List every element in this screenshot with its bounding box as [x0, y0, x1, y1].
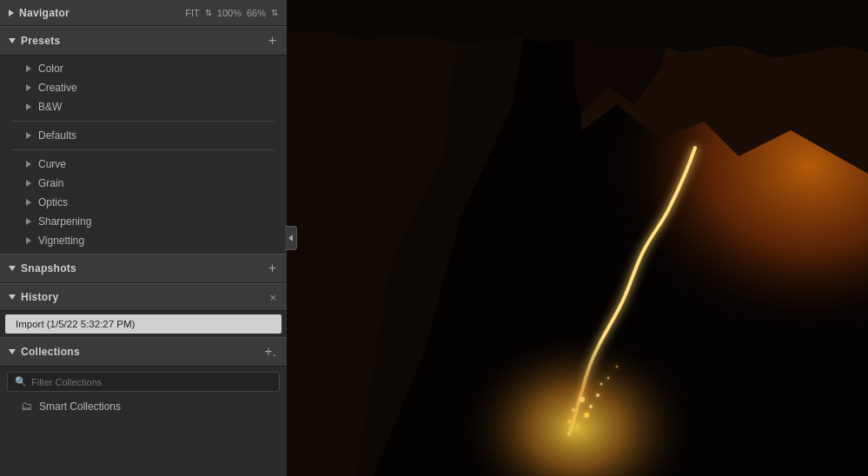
curve-expand-icon [26, 161, 31, 168]
collections-smart-collections-item[interactable]: 🗂 Smart Collections [0, 395, 287, 417]
presets-content: Color Creative B&W Defaults Curve Grain [0, 56, 287, 254]
presets-item-curve[interactable]: Curve [0, 155, 287, 174]
presets-collapse-icon [9, 38, 16, 43]
smart-collections-folder-icon: 🗂 [21, 400, 32, 413]
presets-item-defaults[interactable]: Defaults [0, 126, 287, 145]
collections-collapse-icon [9, 349, 16, 354]
presets-divider-1 [12, 121, 275, 122]
history-header-left: History [9, 291, 58, 303]
sidebar-toggle-button[interactable] [285, 226, 297, 250]
presets-bw-label: B&W [38, 101, 62, 113]
photo-canvas [287, 0, 868, 476]
presets-add-button[interactable]: + [267, 33, 278, 49]
collections-content: 🔍 🗂 Smart Collections [0, 367, 287, 417]
navigator-zoom-100[interactable]: 100% [217, 8, 242, 18]
snapshots-header[interactable]: Snapshots + [0, 254, 287, 283]
svg-point-16 [607, 377, 610, 380]
navigator-right: FIT ⇅ 100% 66% ⇅ [185, 8, 278, 18]
svg-point-9 [589, 405, 593, 408]
svg-point-15 [600, 383, 603, 386]
presets-color-label: Color [38, 63, 63, 75]
snapshots-add-button[interactable]: + [267, 261, 278, 276]
photo-area [287, 0, 868, 476]
navigator-zoom-current[interactable]: 66% [247, 8, 266, 18]
presets-item-optics[interactable]: Optics [0, 193, 287, 212]
collections-add-button[interactable]: +. [262, 344, 278, 360]
collections-filter-bar: 🔍 [7, 372, 280, 392]
presets-item-color[interactable]: Color [0, 59, 287, 78]
svg-point-17 [616, 366, 619, 368]
grain-expand-icon [26, 180, 31, 187]
history-item-0[interactable]: Import (1/5/22 5:32:27 PM) [5, 314, 282, 334]
presets-curve-label: Curve [38, 158, 66, 170]
presets-divider-2 [12, 149, 275, 150]
presets-item-creative[interactable]: Creative [0, 78, 287, 97]
snapshots-title: Snapshots [21, 262, 76, 274]
presets-creative-label: Creative [38, 82, 77, 94]
color-expand-icon [26, 65, 31, 72]
collections-header-left: Collections [9, 346, 80, 358]
navigator-zoom-arrows: ⇅ [271, 8, 278, 17]
collections-title: Collections [21, 346, 80, 358]
smart-collections-label: Smart Collections [39, 400, 121, 413]
photo-image [287, 0, 868, 476]
navigator-collapse-icon [9, 10, 14, 17]
svg-rect-7 [287, 0, 868, 476]
sidebar-toggle-icon [288, 235, 293, 241]
navigator-header[interactable]: Navigator FIT ⇅ 100% 66% ⇅ [0, 0, 287, 26]
navigator-title: Navigator [19, 7, 70, 19]
history-title: History [21, 291, 58, 303]
presets-header-left: Presets [9, 35, 60, 47]
presets-sharpening-label: Sharpening [38, 215, 91, 228]
presets-vignetting-label: Vignetting [38, 235, 84, 247]
svg-point-10 [572, 408, 575, 412]
svg-point-12 [596, 393, 600, 397]
collections-header[interactable]: Collections +. [0, 337, 287, 367]
presets-defaults-label: Defaults [38, 129, 76, 142]
navigator-left: Navigator [9, 7, 70, 19]
photo-svg-overlay [287, 0, 868, 476]
presets-header[interactable]: Presets + [0, 26, 287, 56]
svg-point-11 [584, 413, 589, 418]
snapshots-collapse-icon [9, 266, 16, 271]
presets-optics-label: Optics [38, 196, 68, 208]
vignetting-expand-icon [26, 237, 31, 244]
filter-search-icon: 🔍 [15, 376, 27, 387]
collections-filter-input[interactable] [31, 377, 272, 387]
history-header[interactable]: History × [0, 283, 287, 311]
defaults-expand-icon [26, 132, 31, 139]
optics-expand-icon [26, 199, 31, 206]
svg-point-13 [567, 420, 571, 423]
history-close-button[interactable]: × [268, 291, 278, 304]
svg-point-14 [577, 425, 580, 427]
navigator-fit[interactable]: FIT [185, 8, 200, 18]
presets-item-bw[interactable]: B&W [0, 97, 287, 116]
snapshots-header-left: Snapshots [9, 262, 76, 274]
sidebar: Navigator FIT ⇅ 100% 66% ⇅ Presets + Col… [0, 0, 287, 476]
history-content: Import (1/5/22 5:32:27 PM) [0, 311, 287, 337]
navigator-fit-arrows: ⇅ [205, 8, 212, 17]
creative-expand-icon [26, 84, 31, 91]
sharpening-expand-icon [26, 218, 31, 225]
presets-grain-label: Grain [38, 177, 63, 189]
bw-expand-icon [26, 103, 31, 110]
svg-point-8 [580, 397, 585, 402]
presets-item-grain[interactable]: Grain [0, 174, 287, 193]
presets-title: Presets [21, 35, 60, 47]
presets-item-sharpening[interactable]: Sharpening [0, 212, 287, 231]
history-collapse-icon [9, 294, 16, 300]
presets-item-vignetting[interactable]: Vignetting [0, 231, 287, 250]
